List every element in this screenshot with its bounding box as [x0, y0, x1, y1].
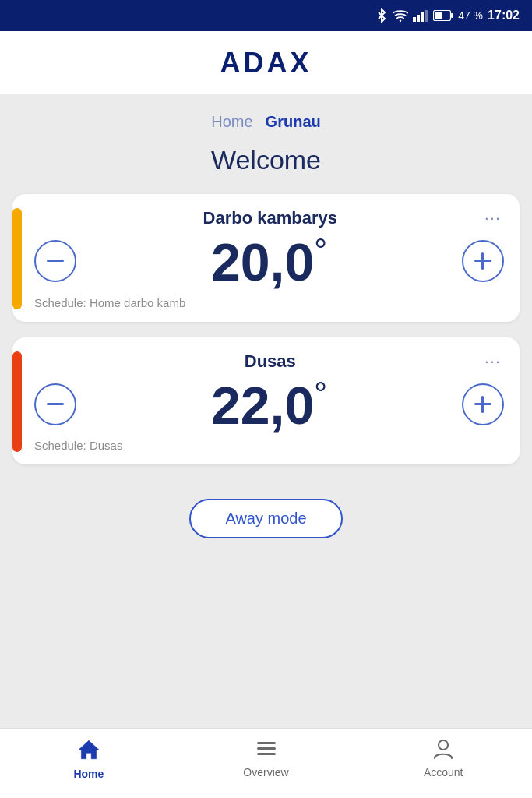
temperature-dusas: 22,0° [76, 378, 462, 432]
card-accent-yellow [12, 208, 22, 309]
svg-rect-14 [257, 742, 276, 744]
home-icon [77, 738, 100, 764]
welcome-title: Welcome [12, 145, 520, 175]
card-body-dusas: Dusas ··· 22,0° Schedule: Dusas [34, 351, 504, 453]
svg-rect-11 [47, 403, 64, 405]
main-content: Home Grunau Welcome Darbo kambarys ··· 2… [0, 94, 532, 728]
svg-rect-10 [481, 252, 484, 270]
svg-rect-13 [481, 396, 484, 413]
decrease-temp-darbo[interactable] [34, 240, 76, 282]
schedule-darbo: Schedule: Home darbo kamb [34, 296, 504, 309]
increase-temp-darbo[interactable] [462, 240, 504, 282]
svg-rect-2 [417, 15, 420, 22]
away-mode-container: Away mode [12, 480, 520, 563]
room-name-dusas: Dusas [59, 351, 481, 372]
away-mode-button[interactable]: Away mode [189, 499, 342, 538]
increase-temp-dusas[interactable] [462, 383, 504, 425]
overview-icon [255, 738, 277, 763]
signal-icon [413, 9, 428, 22]
svg-point-17 [439, 740, 448, 750]
app-header: ADAX [0, 31, 532, 94]
svg-rect-1 [413, 17, 416, 22]
wifi-icon [393, 9, 408, 22]
card-controls-dusas: 22,0° [34, 378, 504, 432]
card-controls-darbo: 20,0° [34, 235, 504, 288]
temperature-darbo: 20,0° [76, 235, 462, 288]
app-logo: ADAX [220, 47, 312, 79]
breadcrumb-current[interactable]: Grunau [266, 113, 321, 131]
card-menu-darbo[interactable]: ··· [481, 208, 504, 228]
svg-rect-15 [257, 747, 276, 750]
card-header-dusas: Dusas ··· [34, 351, 504, 372]
nav-account-label: Account [424, 766, 463, 779]
device-card-dusas: Dusas ··· 22,0° Schedule: Dusas [12, 337, 520, 465]
nav-overview[interactable]: Overview [178, 738, 355, 779]
device-card-darbo: Darbo kambarys ··· 20,0° Schedule: Home … [12, 194, 520, 322]
status-bar: 47 % 17:02 [0, 0, 532, 31]
schedule-dusas: Schedule: Dusas [34, 439, 504, 452]
nav-overview-label: Overview [243, 766, 288, 779]
nav-home-label: Home [73, 768, 104, 780]
room-name-darbo: Darbo kambarys [59, 208, 481, 228]
breadcrumb-home[interactable]: Home [211, 113, 252, 131]
card-header-darbo: Darbo kambarys ··· [34, 208, 504, 228]
battery-percent: 47 % [458, 9, 483, 22]
svg-rect-3 [421, 12, 424, 22]
nav-home[interactable]: Home [0, 738, 178, 780]
bottom-nav: Home Overview Account [0, 728, 532, 798]
svg-rect-16 [257, 753, 276, 755]
svg-point-0 [400, 19, 402, 22]
card-body-darbo: Darbo kambarys ··· 20,0° Schedule: Home … [34, 208, 504, 309]
bluetooth-icon [375, 8, 388, 23]
card-menu-dusas[interactable]: ··· [481, 351, 504, 372]
nav-account[interactable]: Account [354, 738, 532, 779]
decrease-temp-dusas[interactable] [34, 383, 76, 425]
time-display: 17:02 [488, 9, 520, 23]
breadcrumb: Home Grunau [12, 94, 520, 137]
svg-rect-6 [451, 13, 453, 18]
svg-rect-4 [425, 10, 428, 22]
card-accent-orange [12, 351, 22, 453]
account-icon [432, 738, 454, 763]
svg-rect-7 [435, 12, 442, 19]
svg-rect-8 [47, 260, 64, 262]
status-icons: 47 % 17:02 [375, 8, 520, 23]
battery-icon [433, 10, 453, 21]
